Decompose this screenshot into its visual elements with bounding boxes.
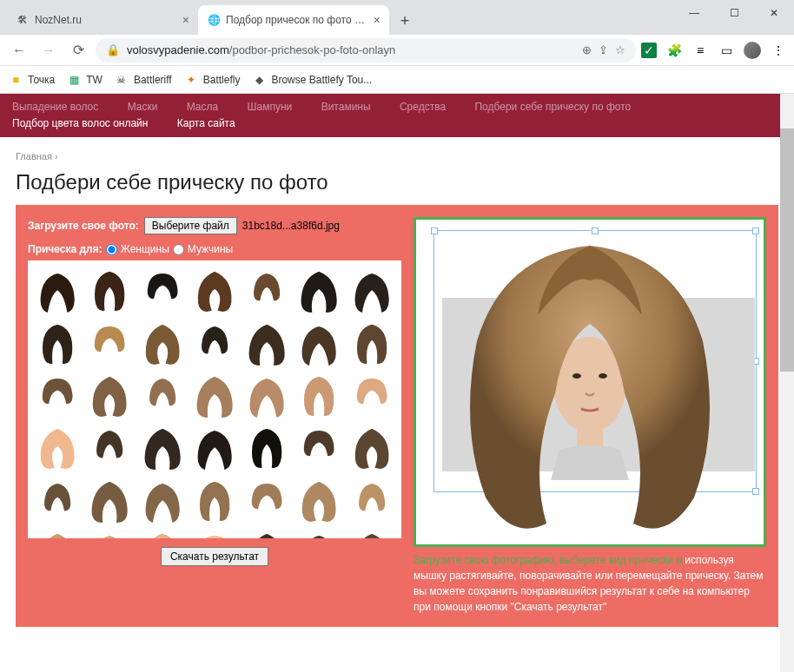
hairstyle-option[interactable] <box>33 371 82 419</box>
breadcrumb-home[interactable]: Главная <box>16 151 52 161</box>
nav-item[interactable]: Шампуни <box>248 99 293 115</box>
handle-icon[interactable] <box>431 227 438 234</box>
check-ext-icon[interactable]: ✓ <box>641 43 657 58</box>
nav-item[interactable]: Маски <box>128 99 158 115</box>
search-icon[interactable]: ⊕ <box>582 43 592 56</box>
omnibox[interactable]: 🔒 volosvypadenie.com/podbor-prichesok-po… <box>96 38 636 63</box>
bookmark-battlefy[interactable]: ◆Browse Battlefy Tou... <box>252 73 372 87</box>
handle-icon[interactable] <box>752 227 759 234</box>
minimize-button[interactable]: — <box>674 0 714 26</box>
nav-item[interactable]: Масла <box>187 99 218 115</box>
close-icon[interactable]: × <box>182 13 189 27</box>
hairstyle-option[interactable] <box>33 476 82 524</box>
bookmark-battleriff[interactable]: ☠Battleriff <box>115 73 172 87</box>
browser-titlebar: 🛠 NozNet.ru × 🌐 Подбор причесок по фото … <box>0 0 794 35</box>
bookmark-battlefly[interactable]: ✦Battlefly <box>184 73 241 87</box>
hairstyle-option[interactable] <box>294 319 343 367</box>
hairstyle-option[interactable] <box>294 423 343 471</box>
tab-active[interactable]: 🌐 Подбор причесок по фото онла × <box>198 5 389 35</box>
bookmark-tochka[interactable]: ■Точка <box>9 73 55 87</box>
hairstyle-option[interactable] <box>347 528 396 539</box>
page-title: Подбери себе прическу по фото <box>16 170 778 194</box>
hairstyle-option[interactable] <box>347 423 396 471</box>
nav-item[interactable]: Выпадение волос <box>12 99 98 115</box>
hairstyle-option[interactable] <box>85 319 134 367</box>
hairstyle-option[interactable] <box>33 266 82 314</box>
favicon-globe: 🌐 <box>207 13 221 27</box>
hairstyle-option[interactable] <box>347 371 396 419</box>
hairstyle-option[interactable] <box>294 266 343 314</box>
hairstyle-option[interactable] <box>33 423 82 471</box>
radio-women-label[interactable]: Женщины <box>121 243 169 255</box>
hairstyle-option[interactable] <box>294 476 343 524</box>
hairstyle-option[interactable] <box>138 371 187 419</box>
choose-file-button[interactable]: Выберите файл <box>144 217 237 234</box>
close-icon[interactable]: × <box>374 13 380 27</box>
puzzle-icon[interactable]: 🧩 <box>665 42 683 59</box>
hairstyle-option[interactable] <box>190 476 239 524</box>
download-button[interactable]: Скачать результат <box>161 547 268 566</box>
hairstyle-option[interactable] <box>138 319 187 367</box>
hairstyle-option[interactable] <box>294 528 343 539</box>
hairstyle-option[interactable] <box>85 266 134 314</box>
nav-item[interactable]: Карта сайта <box>177 115 235 132</box>
readlist-icon[interactable]: ≡ <box>691 42 709 59</box>
hairstyle-option[interactable] <box>347 266 396 314</box>
hairstyle-option[interactable] <box>33 319 82 367</box>
hairstyle-option[interactable] <box>33 528 82 539</box>
maximize-button[interactable]: ☐ <box>714 0 754 26</box>
hairstyle-option[interactable] <box>242 423 291 471</box>
hairstyle-option[interactable] <box>138 423 187 471</box>
content: Главная › Подбери себе прическу по фото … <box>0 137 794 636</box>
forward-button[interactable]: → <box>36 38 61 63</box>
hairstyle-option[interactable] <box>138 476 187 524</box>
nav-item[interactable]: Подбери себе прическу по фото <box>474 99 631 115</box>
star-icon[interactable]: ☆ <box>615 43 625 56</box>
reload-button[interactable]: ⟳ <box>66 38 90 63</box>
hair-overlay[interactable] <box>442 237 738 547</box>
hairstyle-option[interactable] <box>242 319 291 367</box>
tabview-icon[interactable]: ▭ <box>718 42 735 59</box>
new-tab-button[interactable]: + <box>393 9 417 33</box>
page-scrollbar[interactable] <box>780 94 794 672</box>
scrollbar-thumb[interactable] <box>780 128 794 372</box>
radio-men[interactable] <box>173 244 184 255</box>
hairstyle-option[interactable] <box>85 528 134 539</box>
hairstyle-option[interactable] <box>190 528 239 539</box>
page-viewport[interactable]: Выпадение волос Маски Масла Шампуни Вита… <box>0 94 794 672</box>
back-button[interactable]: ← <box>7 38 31 63</box>
hairstyle-grid[interactable] <box>28 260 401 538</box>
share-icon[interactable]: ⇪ <box>599 43 608 56</box>
instructions-text: Загрузите свою фотографию, выберете вид … <box>414 552 766 615</box>
nav-item[interactable]: Средства <box>400 99 446 115</box>
handle-icon[interactable] <box>592 227 599 234</box>
bookmark-tw[interactable]: ▦TW <box>67 73 103 87</box>
radio-men-label[interactable]: Мужчины <box>188 243 233 255</box>
hairstyle-option[interactable] <box>190 319 239 367</box>
close-button[interactable]: ✕ <box>754 0 794 26</box>
hairstyle-option[interactable] <box>242 528 291 539</box>
hairstyle-option[interactable] <box>242 476 291 524</box>
hairstyle-option[interactable] <box>294 371 343 419</box>
tab-inactive[interactable]: 🛠 NozNet.ru × <box>7 5 198 35</box>
radio-women[interactable] <box>106 244 117 255</box>
hairstyle-option[interactable] <box>242 266 291 314</box>
hairstyle-option[interactable] <box>347 319 396 367</box>
hairstyle-option[interactable] <box>85 371 134 419</box>
hairstyle-option[interactable] <box>138 266 187 314</box>
nav-item[interactable]: Витамины <box>321 99 371 115</box>
hairstyle-option[interactable] <box>85 423 134 471</box>
nav-item[interactable]: Подбор цвета волос онлайн <box>12 115 148 132</box>
avatar[interactable] <box>744 42 761 59</box>
hairstyle-option[interactable] <box>190 266 239 314</box>
hairstyle-option[interactable] <box>138 528 187 539</box>
hairstyle-option[interactable] <box>242 371 291 419</box>
favicon-noznet: 🛠 <box>16 13 30 27</box>
hairstyle-option[interactable] <box>190 423 239 471</box>
preview-canvas[interactable] <box>414 217 766 547</box>
handle-icon[interactable] <box>752 488 759 495</box>
hairstyle-option[interactable] <box>85 476 134 524</box>
hairstyle-option[interactable] <box>347 476 396 524</box>
hairstyle-option[interactable] <box>190 371 239 419</box>
menu-icon[interactable]: ⋮ <box>770 42 787 59</box>
